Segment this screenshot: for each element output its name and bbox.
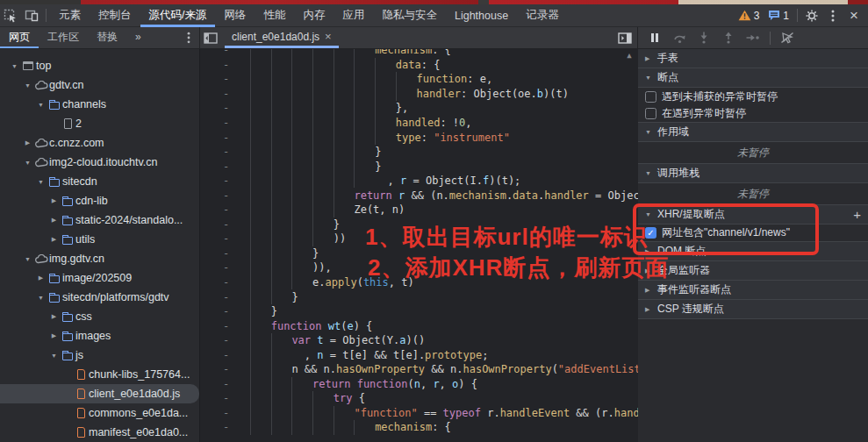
tab-item[interactable]: 网络 [215,4,255,27]
line-gutter[interactable]: - [200,49,250,56]
line-gutter[interactable]: - [200,73,250,85]
navigator-more-icon[interactable] [178,27,199,48]
tree-item-top[interactable]: ▼top [0,56,199,75]
tab-item[interactable]: 源代码/来源 [140,4,216,27]
chevron-down-icon[interactable]: ▼ [48,353,60,359]
tree-item-images[interactable]: ▶images [0,326,199,346]
checkbox-unchecked[interactable] [645,91,656,103]
tab-item[interactable]: 元素 [50,4,90,27]
code-line-text[interactable]: } [271,305,277,317]
sidebar-section-item[interactable]: ▼作用域 [638,123,868,142]
chevron-down-icon[interactable]: ▼ [35,295,47,301]
line-gutter[interactable]: - [200,146,250,158]
code-line-text[interactable]: "function" == typeof r.handleEvent && (r… [354,407,638,419]
tree-item-client-e0e1da0d-js[interactable]: client_e0e1da0d.js [0,384,199,403]
line-gutter[interactable]: - [200,349,250,361]
tree-item-gdtv-cn[interactable]: ▼gdtv.cn [0,75,199,95]
step-into-icon[interactable] [692,28,715,47]
line-gutter[interactable]: - [200,175,250,187]
line-gutter[interactable]: - [200,102,250,114]
tree-item-css[interactable]: ▶css [0,307,199,326]
line-gutter[interactable]: - [200,334,250,346]
line-gutter[interactable]: - [200,291,250,303]
line-gutter[interactable]: - [200,378,250,390]
chevron-right-icon[interactable]: ▶ [22,139,33,146]
line-gutter[interactable]: - [200,363,250,375]
hide-navigator-icon[interactable] [200,27,221,48]
code-line-text[interactable]: handled: !0, [396,117,472,129]
settings-gear-icon[interactable] [801,5,822,26]
warnings-badge[interactable]: 3 [738,10,760,22]
tree-item-image-202509[interactable]: ▶image/202509 [0,268,199,288]
line-gutter[interactable]: - [200,160,250,173]
chevron-down-icon[interactable]: ▼ [22,256,33,262]
tree-item-channels[interactable]: ▼channels [0,95,199,114]
chevron-right-icon[interactable]: ▶ [48,236,60,243]
sidebar-section-xhr[interactable]: ▼XHR/提取断点+ [638,205,868,225]
navigator-tab-item[interactable]: 替换 [88,27,126,48]
messages-badge[interactable]: 1 [768,10,789,22]
sidebar-section-dom[interactable]: ▶DOM 断点 [638,242,868,261]
checkbox-checked[interactable]: ✓ [645,227,656,239]
step-over-icon[interactable] [668,28,691,47]
step-out-icon[interactable] [717,28,740,47]
line-gutter[interactable]: - [200,132,250,144]
sidebar-section-csp[interactable]: ▶CSP 违规断点 [638,300,868,319]
line-gutter[interactable]: - [200,232,250,245]
tree-item-static-2024-standalo[interactable]: ▶static-2024/standalo... [0,210,199,230]
line-gutter[interactable]: - [200,88,250,100]
code-line-text[interactable]: )) [334,232,346,245]
chevron-down-icon[interactable]: ▼ [35,179,47,185]
chevron-down-icon[interactable]: ▼ [22,160,33,166]
code-line-text[interactable]: data: { [396,59,441,71]
code-line-text[interactable]: Ze(t, n) [354,203,405,216]
tab-item[interactable]: 性能 [255,4,294,27]
tree-item-commons-e0e1da[interactable]: commons_e0e1da... [0,403,199,423]
tree-item-img2-cloud-itouchtv-cn[interactable]: ▼img2-cloud.itouchtv.cn [0,153,199,172]
tab-close-icon[interactable]: × [325,30,332,43]
step-icon[interactable] [742,28,764,47]
code-line-text[interactable]: type: "instrument" [396,132,510,144]
tree-item-2[interactable]: 2 [0,114,199,133]
breakpoint-option-channel-v1-news[interactable]: ✓网址包含"channel/v1/news" [638,225,868,242]
code-line-text[interactable]: , r = Object(I.f)(t); [375,175,520,187]
code-line-text[interactable]: function: e, [417,73,493,85]
code-line-text[interactable]: function wt(e) { [271,320,373,332]
tab-item[interactable]: 记录器 [517,4,568,27]
line-gutter[interactable]: - [200,407,250,419]
sidebar-section-item[interactable]: ▼断点 [638,68,868,88]
code-line-text[interactable]: } [375,160,381,173]
chevron-right-icon[interactable]: ▶ [48,332,60,339]
code-line-text[interactable]: handler: Object(oe.b)(t) [417,88,569,100]
chevron-down-icon[interactable]: ▼ [22,82,33,89]
inspect-icon[interactable] [0,5,21,26]
sidebar-section-item[interactable]: ▶手表 [638,49,868,68]
tree-item-img-gdtv-cn[interactable]: ▼img.gdtv.cn [0,249,199,268]
line-gutter[interactable]: - [200,218,250,231]
line-gutter[interactable]: - [200,59,250,71]
tab-item[interactable]: 内存 [294,4,334,27]
code-line-text[interactable]: , n = t[e] && t[e].prototype; [291,349,488,361]
chevron-right-icon[interactable]: ▶ [48,197,60,204]
line-gutter[interactable]: - [200,392,250,404]
code-line-text[interactable]: } [334,218,340,231]
editor-tab-client-js[interactable]: client_e0e1da0d.js × [225,27,339,48]
line-gutter[interactable]: - [200,189,250,202]
add-breakpoint-button[interactable]: + [853,207,861,222]
chevron-down-icon[interactable]: ▼ [35,102,47,108]
code-line-text[interactable]: e.apply(this, t) [312,276,414,289]
device-toolbar-icon[interactable] [21,5,42,26]
code-line-text[interactable]: )), [312,261,332,274]
scrollbar-up-icon[interactable]: ▲ [623,51,635,63]
code-line-text[interactable]: mechanism: { [375,421,451,433]
tab-lighthouse[interactable]: Lighthouse [446,4,517,27]
sidebar-section-item[interactable]: ▶全局监听器 [638,261,868,281]
code-line-text[interactable]: return r && (n.mechanism.data.handler = … [354,189,638,202]
tree-item-c-cnzz-com[interactable]: ▶c.cnzz.com [0,133,199,153]
tab-item[interactable]: 控制台 [90,4,140,27]
breakpoint-option-item[interactable]: 遇到未捕获的异常时暂停 [638,88,868,105]
line-gutter[interactable]: - [200,320,250,332]
show-navigator-icon[interactable] [614,27,635,48]
close-devtools-icon[interactable]: × [843,7,864,25]
code-line-text[interactable]: try { [334,392,365,404]
